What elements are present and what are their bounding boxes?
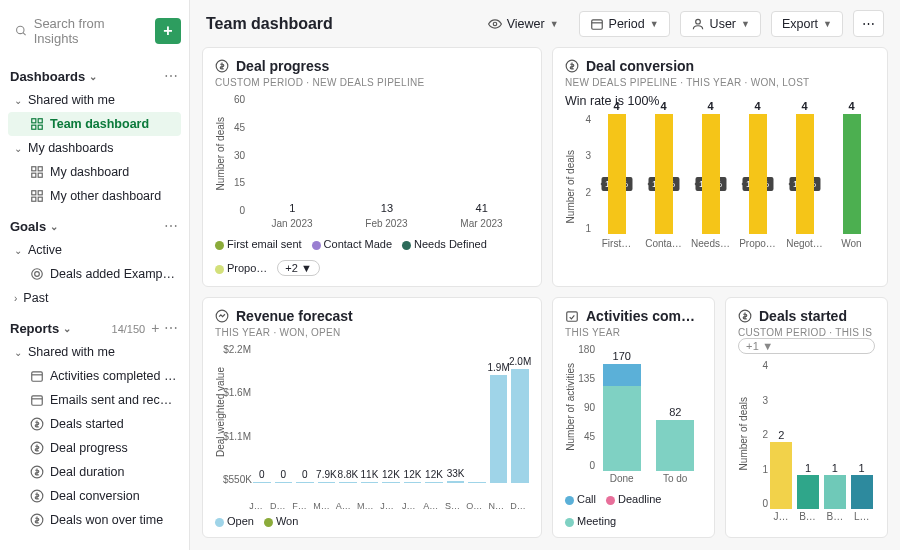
svg-rect-16	[32, 372, 43, 381]
more-pill[interactable]: +1▼	[738, 338, 875, 354]
card-deal-conversion: Deal conversion NEW DEALS PIPELINE · THI…	[552, 47, 888, 287]
main: Team dashboard Viewer▼ Period▼ User▼ Exp…	[190, 0, 900, 550]
sidebar-reports-shared[interactable]: ⌄Shared with me	[8, 340, 181, 364]
sidebar: Search from Insights + Dashboards ⌄ ⋯ ⌄S…	[0, 0, 190, 550]
card-title: Deals started	[759, 308, 847, 324]
search-input[interactable]: Search from Insights	[8, 10, 149, 52]
add-button[interactable]: +	[155, 18, 181, 44]
section-goals[interactable]: Goals ⌄	[10, 219, 58, 234]
card-title: Deal conversion	[586, 58, 694, 74]
calendar-check-icon	[565, 309, 579, 323]
sidebar-team-dashboard[interactable]: Team dashboard	[8, 112, 181, 136]
dashboard-icon	[30, 117, 44, 131]
chevron-down-icon: ⌄	[89, 71, 97, 82]
sidebar-report-item[interactable]: Deal conversion	[8, 484, 181, 508]
svg-rect-26	[591, 19, 602, 28]
search-icon	[15, 24, 28, 38]
sidebar-my-dashboard[interactable]: My dashboard	[8, 160, 181, 184]
dashboard-icon	[30, 165, 44, 179]
section-reports[interactable]: Reports ⌄	[10, 321, 71, 336]
svg-point-15	[35, 272, 40, 277]
card-subtitle: THIS YEAR	[565, 327, 702, 338]
dollar-icon	[565, 59, 579, 73]
reports-count: 14/150	[112, 323, 146, 335]
more-icon[interactable]: ⋯	[164, 320, 179, 336]
card-title: Deal progress	[236, 58, 329, 74]
target-icon	[30, 267, 44, 281]
dashboard-icon	[30, 189, 44, 203]
card-activities: Activities complete… THIS YEAR Number of…	[552, 297, 715, 538]
svg-rect-18	[32, 396, 43, 405]
sidebar-report-item[interactable]: Emails sent and received	[8, 388, 181, 412]
card-deal-progress: Deal progress CUSTOM PERIOD · NEW DEALS …	[202, 47, 542, 287]
svg-rect-5	[38, 125, 42, 129]
card-title: Revenue forecast	[236, 308, 353, 324]
svg-point-0	[17, 26, 24, 33]
svg-rect-11	[38, 191, 42, 195]
period-button[interactable]: Period▼	[579, 11, 670, 37]
sidebar-my-other-dashboard[interactable]: My other dashboard	[8, 184, 181, 208]
svg-rect-8	[32, 173, 36, 177]
export-button[interactable]: Export▼	[771, 11, 843, 37]
svg-rect-6	[32, 167, 36, 171]
svg-rect-12	[32, 197, 36, 201]
more-icon[interactable]: ⋯	[164, 218, 179, 234]
card-subtitle: THIS YEAR · WON, OPEN	[215, 327, 529, 338]
sidebar-report-item[interactable]: Deal duration	[8, 460, 181, 484]
sidebar-goals-active[interactable]: ⌄Active	[8, 238, 181, 262]
forecast-icon	[215, 309, 229, 323]
add-icon[interactable]: +	[151, 320, 160, 336]
sidebar-report-item[interactable]: Deals won over time	[8, 508, 181, 532]
svg-rect-2	[32, 119, 36, 123]
user-button[interactable]: User▼	[680, 11, 761, 37]
sidebar-goals-past[interactable]: ›Past	[8, 286, 181, 310]
svg-rect-7	[38, 167, 42, 171]
svg-point-28	[695, 19, 700, 24]
card-subtitle: CUSTOM PERIOD · THIS IS +1▼	[738, 327, 875, 354]
calendar-icon	[590, 17, 604, 31]
svg-rect-9	[38, 173, 42, 177]
svg-line-1	[23, 33, 26, 36]
svg-rect-13	[38, 197, 42, 201]
card-deals-started: Deals started CUSTOM PERIOD · THIS IS +1…	[725, 297, 888, 538]
user-icon	[691, 17, 705, 31]
sidebar-report-item[interactable]: Deals started	[8, 412, 181, 436]
page-title: Team dashboard	[206, 15, 468, 33]
sidebar-report-item[interactable]: Activities completed an…	[8, 364, 181, 388]
more-button[interactable]: ⋯	[853, 10, 884, 37]
svg-rect-4	[32, 125, 36, 129]
dollar-icon	[215, 59, 229, 73]
svg-rect-10	[32, 191, 36, 195]
svg-point-14	[32, 269, 43, 280]
legend-more-pill[interactable]: +2 ▼	[277, 260, 319, 276]
search-placeholder: Search from Insights	[34, 16, 142, 46]
sidebar-goal-item[interactable]: Deals added Example t…	[8, 262, 181, 286]
svg-rect-3	[38, 119, 42, 123]
card-subtitle: CUSTOM PERIOD · NEW DEALS PIPELINE	[215, 77, 529, 88]
eye-icon	[488, 17, 502, 31]
sidebar-report-item[interactable]: Deal progress	[8, 436, 181, 460]
topbar: Team dashboard Viewer▼ Period▼ User▼ Exp…	[190, 0, 900, 47]
viewer-toggle[interactable]: Viewer▼	[478, 12, 569, 36]
card-revenue-forecast: Revenue forecast THIS YEAR · WON, OPEN D…	[202, 297, 542, 538]
more-icon[interactable]: ⋯	[164, 68, 179, 84]
sidebar-my-dashboards[interactable]: ⌄My dashboards	[8, 136, 181, 160]
dollar-icon	[738, 309, 752, 323]
svg-point-25	[493, 22, 497, 26]
card-title: Activities complete…	[586, 308, 702, 324]
card-subtitle: NEW DEALS PIPELINE · THIS YEAR · WON, LO…	[565, 77, 875, 88]
sidebar-shared-with-me[interactable]: ⌄Shared with me	[8, 88, 181, 112]
section-dashboards[interactable]: Dashboards ⌄	[10, 69, 97, 84]
svg-rect-32	[567, 312, 578, 321]
winrate-text: Win rate is 100%	[565, 94, 875, 108]
